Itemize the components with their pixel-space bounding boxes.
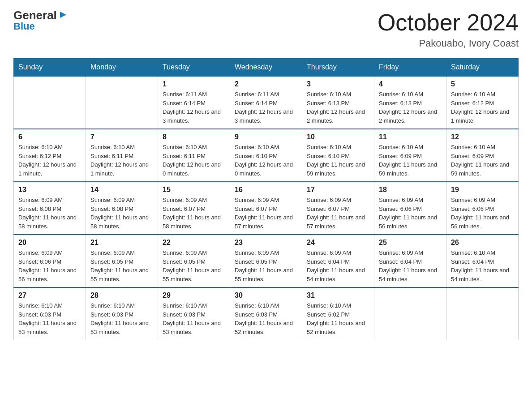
calendar-col-header: Friday — [374, 59, 446, 77]
day-number: 24 — [307, 239, 369, 247]
calendar-day-cell: 19Sunrise: 6:09 AMSunset: 6:06 PMDayligh… — [446, 182, 519, 235]
day-info: Sunrise: 6:09 AMSunset: 6:08 PMDaylight:… — [18, 196, 81, 231]
day-number: 22 — [163, 239, 225, 247]
day-number: 29 — [163, 291, 225, 300]
calendar-col-header: Wednesday — [230, 59, 302, 77]
day-number: 2 — [235, 80, 297, 88]
calendar-day-cell: 3Sunrise: 6:10 AMSunset: 6:13 PMDaylight… — [302, 76, 374, 129]
calendar-day-cell: 26Sunrise: 6:10 AMSunset: 6:04 PMDayligh… — [446, 235, 519, 287]
calendar-day-cell — [374, 287, 446, 340]
calendar-day-cell: 28Sunrise: 6:10 AMSunset: 6:03 PMDayligh… — [86, 287, 158, 340]
day-number: 28 — [90, 291, 153, 300]
logo-general-text: General — [13, 9, 57, 21]
calendar-day-cell — [86, 76, 158, 129]
day-number: 10 — [307, 133, 369, 141]
calendar-day-cell: 25Sunrise: 6:09 AMSunset: 6:04 PMDayligh… — [374, 235, 446, 287]
calendar-day-cell: 9Sunrise: 6:10 AMSunset: 6:10 PMDaylight… — [230, 129, 302, 182]
day-info: Sunrise: 6:09 AMSunset: 6:05 PMDaylight:… — [163, 248, 225, 283]
day-number: 25 — [379, 239, 442, 247]
day-number: 8 — [163, 133, 225, 141]
calendar-day-cell — [446, 287, 519, 340]
calendar-day-cell: 27Sunrise: 6:10 AMSunset: 6:03 PMDayligh… — [14, 287, 86, 340]
calendar-day-cell: 7Sunrise: 6:10 AMSunset: 6:11 PMDaylight… — [86, 129, 158, 182]
day-info: Sunrise: 6:10 AMSunset: 6:12 PMDaylight:… — [18, 143, 81, 178]
calendar-week-row: 6Sunrise: 6:10 AMSunset: 6:12 PMDaylight… — [14, 129, 519, 182]
day-number: 6 — [18, 133, 81, 141]
day-number: 12 — [451, 133, 514, 141]
calendar-col-header: Monday — [86, 59, 158, 77]
day-info: Sunrise: 6:09 AMSunset: 6:08 PMDaylight:… — [90, 196, 153, 231]
calendar-week-row: 1Sunrise: 6:11 AMSunset: 6:14 PMDaylight… — [14, 76, 519, 129]
calendar-col-header: Sunday — [14, 59, 86, 77]
day-info: Sunrise: 6:10 AMSunset: 6:03 PMDaylight:… — [163, 301, 225, 336]
day-number: 17 — [307, 186, 369, 194]
day-info: Sunrise: 6:10 AMSunset: 6:11 PMDaylight:… — [90, 143, 153, 178]
calendar-day-cell: 12Sunrise: 6:10 AMSunset: 6:09 PMDayligh… — [446, 129, 519, 182]
calendar-day-cell: 2Sunrise: 6:11 AMSunset: 6:14 PMDaylight… — [230, 76, 302, 129]
svg-marker-0 — [60, 12, 66, 18]
calendar-day-cell: 22Sunrise: 6:09 AMSunset: 6:05 PMDayligh… — [158, 235, 230, 287]
logo-blue-text: Blue — [13, 21, 35, 32]
calendar-col-header: Tuesday — [158, 59, 230, 77]
day-number: 26 — [451, 239, 514, 247]
day-number: 21 — [90, 239, 153, 247]
day-info: Sunrise: 6:09 AMSunset: 6:06 PMDaylight:… — [18, 248, 81, 283]
calendar-day-cell: 16Sunrise: 6:09 AMSunset: 6:07 PMDayligh… — [230, 182, 302, 235]
calendar-subtitle: Pakouabo, Ivory Coast — [378, 38, 519, 49]
day-info: Sunrise: 6:11 AMSunset: 6:14 PMDaylight:… — [163, 90, 225, 125]
day-number: 14 — [90, 186, 153, 194]
calendar-header-row: SundayMondayTuesdayWednesdayThursdayFrid… — [14, 59, 519, 77]
calendar-title: October 2024 — [378, 9, 519, 36]
day-info: Sunrise: 6:10 AMSunset: 6:09 PMDaylight:… — [451, 143, 514, 178]
day-info: Sunrise: 6:10 AMSunset: 6:02 PMDaylight:… — [307, 301, 369, 336]
calendar-day-cell: 1Sunrise: 6:11 AMSunset: 6:14 PMDaylight… — [158, 76, 230, 129]
day-info: Sunrise: 6:10 AMSunset: 6:04 PMDaylight:… — [451, 248, 514, 283]
day-number: 20 — [18, 239, 81, 247]
day-info: Sunrise: 6:09 AMSunset: 6:04 PMDaylight:… — [307, 248, 369, 283]
day-info: Sunrise: 6:10 AMSunset: 6:10 PMDaylight:… — [307, 143, 369, 178]
day-info: Sunrise: 6:11 AMSunset: 6:14 PMDaylight:… — [235, 90, 297, 125]
logo: General Blue — [13, 9, 68, 32]
calendar-day-cell: 24Sunrise: 6:09 AMSunset: 6:04 PMDayligh… — [302, 235, 374, 287]
day-info: Sunrise: 6:10 AMSunset: 6:13 PMDaylight:… — [307, 90, 369, 125]
calendar-day-cell: 6Sunrise: 6:10 AMSunset: 6:12 PMDaylight… — [14, 129, 86, 182]
calendar-day-cell: 18Sunrise: 6:09 AMSunset: 6:06 PMDayligh… — [374, 182, 446, 235]
calendar-day-cell: 5Sunrise: 6:10 AMSunset: 6:12 PMDaylight… — [446, 76, 519, 129]
calendar-col-header: Saturday — [446, 59, 519, 77]
day-info: Sunrise: 6:10 AMSunset: 6:03 PMDaylight:… — [18, 301, 81, 336]
calendar-day-cell: 4Sunrise: 6:10 AMSunset: 6:13 PMDaylight… — [374, 76, 446, 129]
day-info: Sunrise: 6:09 AMSunset: 6:07 PMDaylight:… — [163, 196, 225, 231]
day-info: Sunrise: 6:10 AMSunset: 6:13 PMDaylight:… — [379, 90, 442, 125]
day-number: 16 — [235, 186, 297, 194]
calendar-day-cell: 11Sunrise: 6:10 AMSunset: 6:09 PMDayligh… — [374, 129, 446, 182]
day-info: Sunrise: 6:09 AMSunset: 6:04 PMDaylight:… — [379, 248, 442, 283]
day-info: Sunrise: 6:10 AMSunset: 6:03 PMDaylight:… — [235, 301, 297, 336]
calendar-day-cell: 10Sunrise: 6:10 AMSunset: 6:10 PMDayligh… — [302, 129, 374, 182]
day-number: 5 — [451, 80, 514, 88]
day-number: 1 — [163, 80, 225, 88]
day-number: 23 — [235, 239, 297, 247]
day-info: Sunrise: 6:09 AMSunset: 6:06 PMDaylight:… — [379, 196, 442, 231]
calendar-day-cell: 20Sunrise: 6:09 AMSunset: 6:06 PMDayligh… — [14, 235, 86, 287]
calendar-week-row: 20Sunrise: 6:09 AMSunset: 6:06 PMDayligh… — [14, 235, 519, 287]
calendar-day-cell — [14, 76, 86, 129]
page-header: General Blue October 2024 Pakouabo, Ivor… — [13, 9, 519, 49]
day-number: 4 — [379, 80, 442, 88]
calendar-day-cell: 30Sunrise: 6:10 AMSunset: 6:03 PMDayligh… — [230, 287, 302, 340]
day-info: Sunrise: 6:09 AMSunset: 6:07 PMDaylight:… — [307, 196, 369, 231]
calendar-day-cell: 23Sunrise: 6:09 AMSunset: 6:05 PMDayligh… — [230, 235, 302, 287]
day-info: Sunrise: 6:09 AMSunset: 6:06 PMDaylight:… — [451, 196, 514, 231]
calendar-col-header: Thursday — [302, 59, 374, 77]
day-number: 30 — [235, 291, 297, 300]
calendar-day-cell: 29Sunrise: 6:10 AMSunset: 6:03 PMDayligh… — [158, 287, 230, 340]
calendar-day-cell: 31Sunrise: 6:10 AMSunset: 6:02 PMDayligh… — [302, 287, 374, 340]
day-number: 11 — [379, 133, 442, 141]
day-number: 27 — [18, 291, 81, 300]
day-info: Sunrise: 6:10 AMSunset: 6:03 PMDaylight:… — [90, 301, 153, 336]
calendar-day-cell: 15Sunrise: 6:09 AMSunset: 6:07 PMDayligh… — [158, 182, 230, 235]
day-number: 13 — [18, 186, 81, 194]
day-number: 19 — [451, 186, 514, 194]
day-number: 7 — [90, 133, 153, 141]
day-number: 3 — [307, 80, 369, 88]
title-block: October 2024 Pakouabo, Ivory Coast — [378, 9, 519, 49]
